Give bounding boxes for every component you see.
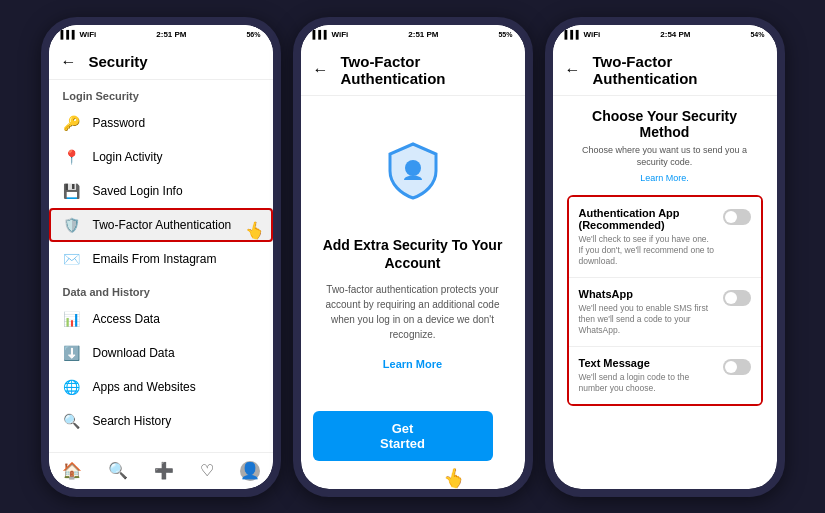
method-text-message-desc: We'll send a login code to the number yo… [579,372,715,394]
back-button-3[interactable]: ← [565,61,581,79]
method-whatsapp-desc: We'll need you to enable SMS first then … [579,303,715,336]
menu-item-2fa[interactable]: 🛡️ Two-Factor Authentication 👆 [49,208,273,242]
time-1: 2:51 PM [156,30,186,39]
search-history-icon: 🔍 [63,413,81,429]
method-whatsapp[interactable]: WhatsApp We'll need you to enable SMS fi… [569,278,761,347]
password-icon: 🔑 [63,115,81,131]
menu-label-2fa: Two-Factor Authentication [93,218,232,232]
status-left-3: ▌▌▌ WiFi [565,30,601,39]
back-button-1[interactable]: ← [61,53,77,71]
2fa-icon: 🛡️ [63,217,81,233]
bottom-nav-1: 🏠 🔍 ➕ ♡ 👤 [49,452,273,489]
saved-login-icon: 💾 [63,183,81,199]
status-bar-3: ▌▌▌ WiFi 2:54 PM 54% [553,25,777,45]
signal-icon-1: ▌▌▌ [61,30,78,39]
wifi-icon-2: WiFi [332,30,349,39]
signal-icon-3: ▌▌▌ [565,30,582,39]
method-auth-app-desc: We'll check to see if you have one. If y… [579,234,715,267]
status-bar-1: ▌▌▌ WiFi 2:51 PM 56% [49,25,273,45]
back-button-2[interactable]: ← [313,61,329,79]
access-data-icon: 📊 [63,311,81,327]
app-header-1: ← Security [49,45,273,80]
menu-label-apps: Apps and Websites [93,380,196,394]
method-auth-app-text: Authentication App (Recommended) We'll c… [579,207,715,267]
nav-heart-1[interactable]: ♡ [200,461,214,480]
screen2-content: Add Extra Security To Your Account Two-f… [301,96,525,411]
menu-item-download-data[interactable]: ⬇️ Download Data [49,336,273,370]
toggle-text-message[interactable] [723,359,751,375]
menu-item-access-data[interactable]: 📊 Access Data [49,302,273,336]
nav-add-1[interactable]: ➕ [154,461,174,480]
method-text-message-name: Text Message [579,357,715,369]
phones-container: ▌▌▌ WiFi 2:51 PM 56% ← Security Login Se… [31,7,795,507]
nav-home-1[interactable]: 🏠 [62,461,82,480]
get-started-wrapper: Get Started 👆 [301,411,525,489]
menu-item-search-history[interactable]: 🔍 Search History [49,404,273,438]
phone-1: ▌▌▌ WiFi 2:51 PM 56% ← Security Login Se… [41,17,281,497]
toggle-whatsapp[interactable] [723,290,751,306]
status-bar-2: ▌▌▌ WiFi 2:51 PM 55% [301,25,525,45]
header-title-2: Two-Factor Authentication [341,53,513,87]
learn-more-link-2[interactable]: Learn More [383,358,442,370]
method-text-message-text: Text Message We'll send a login code to … [579,357,715,394]
screen2-title: Add Extra Security To Your Account [317,236,509,272]
phone-1-screen: ▌▌▌ WiFi 2:51 PM 56% ← Security Login Se… [49,25,273,489]
nav-profile-1[interactable]: 👤 [240,461,260,481]
cursor-hand-1: 👆 [242,218,266,242]
get-started-button[interactable]: Get Started [313,411,493,461]
method-auth-app-name: Authentication App (Recommended) [579,207,715,231]
battery-2: 55% [498,31,512,38]
learn-more-link-3[interactable]: Learn More. [567,173,763,183]
section-login-security: Login Security [49,80,273,106]
login-activity-icon: 📍 [63,149,81,165]
menu-item-saved-login[interactable]: 💾 Saved Login Info [49,174,273,208]
battery-3: 54% [750,31,764,38]
menu-item-emails[interactable]: ✉️ Emails From Instagram [49,242,273,276]
battery-text-1: 56% [246,31,260,38]
download-data-icon: ⬇️ [63,345,81,361]
menu-label-download-data: Download Data [93,346,175,360]
phone-3: ▌▌▌ WiFi 2:54 PM 54% ← Two-Factor Authen… [545,17,785,497]
app-header-3: ← Two-Factor Authentication [553,45,777,96]
status-left-1: ▌▌▌ WiFi [61,30,97,39]
signal-icon-2: ▌▌▌ [313,30,330,39]
header-title-3: Two-Factor Authentication [593,53,765,87]
time-2: 2:51 PM [408,30,438,39]
menu-item-apps[interactable]: 🌐 Apps and Websites [49,370,273,404]
method-auth-app[interactable]: Authentication App (Recommended) We'll c… [569,197,761,278]
battery-text-2: 55% [498,31,512,38]
method-whatsapp-text: WhatsApp We'll need you to enable SMS fi… [579,288,715,336]
menu-item-login-activity[interactable]: 📍 Login Activity [49,140,273,174]
menu-item-password[interactable]: 🔑 Password [49,106,273,140]
method-options-container: Authentication App (Recommended) We'll c… [567,195,763,406]
header-title-1: Security [89,53,148,70]
svg-point-0 [405,160,421,176]
nav-search-1[interactable]: 🔍 [108,461,128,480]
menu-label-search-history: Search History [93,414,172,428]
menu-label-password: Password [93,116,146,130]
screen3-main-title: Choose Your Security Method [567,108,763,140]
emails-icon: ✉️ [63,251,81,267]
battery-1: 56% [246,31,260,38]
menu-label-login-activity: Login Activity [93,150,163,164]
wifi-icon-1: WiFi [80,30,97,39]
section-data-history: Data and History [49,276,273,302]
shield-graphic [378,136,448,220]
battery-text-3: 54% [750,31,764,38]
status-left-2: ▌▌▌ WiFi [313,30,349,39]
menu-label-saved-login: Saved Login Info [93,184,183,198]
toggle-auth-app[interactable] [723,209,751,225]
app-header-2: ← Two-Factor Authentication [301,45,525,96]
screen3-content: Choose Your Security Method Choose where… [553,96,777,489]
menu-label-access-data: Access Data [93,312,160,326]
screen2-desc: Two-factor authentication protects your … [317,282,509,342]
phone-2-screen: ▌▌▌ WiFi 2:51 PM 55% ← Two-Factor Authen… [301,25,525,489]
wifi-icon-3: WiFi [584,30,601,39]
screen3-main-desc: Choose where you want us to send you a s… [567,144,763,169]
phone-2: ▌▌▌ WiFi 2:51 PM 55% ← Two-Factor Authen… [293,17,533,497]
time-3: 2:54 PM [660,30,690,39]
method-whatsapp-name: WhatsApp [579,288,715,300]
cursor-hand-2: 👆 [440,464,467,488]
method-text-message[interactable]: Text Message We'll send a login code to … [569,347,761,404]
menu-label-emails: Emails From Instagram [93,252,217,266]
